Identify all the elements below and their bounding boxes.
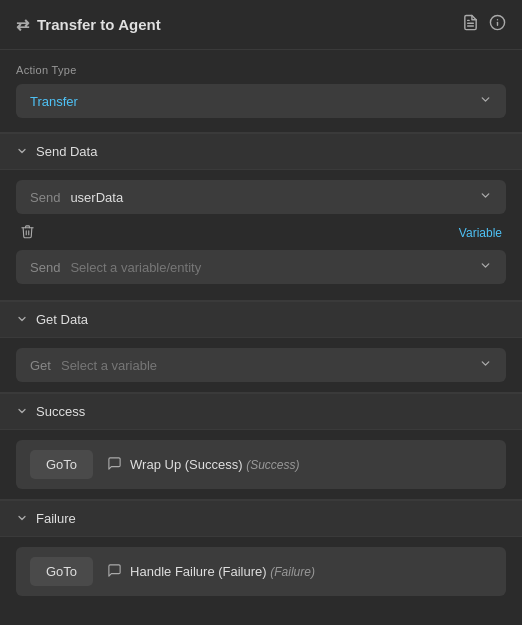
info-icon[interactable] [489,14,506,35]
success-label: Success [36,404,85,419]
get-data-body: Get Select a variable [0,338,522,392]
success-goto-target: Wrap Up (Success) (Success) [107,456,299,474]
get-row-left: Get Select a variable [30,358,157,373]
variable-badge[interactable]: Variable [459,226,502,240]
get-data-label: Get Data [36,312,88,327]
action-type-section: Action Type Transfer [0,50,522,132]
header-actions [462,14,506,35]
get-data-header[interactable]: Get Data [0,301,522,338]
transfer-icon: ⇄ [16,15,29,34]
get-row[interactable]: Get Select a variable [16,348,506,382]
failure-target-name: Handle Failure (Failure) (Failure) [130,564,315,579]
success-target-sub: (Success) [246,458,299,472]
get-data-chevron [16,313,28,327]
failure-label: Failure [36,511,76,526]
success-target-name: Wrap Up (Success) (Success) [130,457,299,472]
failure-body: GoTo Handle Failure (Failure) (Failure) [0,537,522,606]
failure-chat-icon [107,563,122,581]
failure-goto-target: Handle Failure (Failure) (Failure) [107,563,315,581]
send-data-label: Send Data [36,144,97,159]
failure-target-sub: (Failure) [270,565,315,579]
send-row-1-left: Send userData [30,190,123,205]
send-row-2[interactable]: Send Select a variable/entity [16,250,506,284]
send-data-body: Send userData Variable Send Select a var… [0,170,522,300]
success-chevron [16,405,28,419]
success-target-name-bold: Wrap Up (Success) [130,457,242,472]
header: ⇄ Transfer to Agent [0,0,522,50]
failure-goto-row[interactable]: GoTo Handle Failure (Failure) (Failure) [16,547,506,596]
failure-header[interactable]: Failure [0,500,522,537]
doc-icon[interactable] [462,14,479,35]
get-label: Get [30,358,51,373]
success-goto-button[interactable]: GoTo [30,450,93,479]
action-type-label: Action Type [16,64,506,76]
action-type-value: Transfer [30,94,78,109]
get-row-chevron [479,357,492,373]
failure-goto-button[interactable]: GoTo [30,557,93,586]
send-label-1: Send [30,190,60,205]
action-type-dropdown[interactable]: Transfer [16,84,506,118]
success-header[interactable]: Success [0,393,522,430]
delete-icon[interactable] [20,224,35,242]
get-placeholder: Select a variable [61,358,157,373]
send-row-1[interactable]: Send userData [16,180,506,214]
action-type-chevron [479,93,492,109]
failure-target-name-bold: Handle Failure (Failure) [130,564,267,579]
failure-chevron [16,512,28,526]
send-data-header[interactable]: Send Data [0,133,522,170]
send-data-chevron [16,145,28,159]
delete-variable-row: Variable [16,220,506,250]
send-placeholder-2: Select a variable/entity [70,260,201,275]
success-goto-row[interactable]: GoTo Wrap Up (Success) (Success) [16,440,506,489]
header-title-group: ⇄ Transfer to Agent [16,15,161,34]
success-chat-icon [107,456,122,474]
success-body: GoTo Wrap Up (Success) (Success) [0,430,522,499]
send-label-2: Send [30,260,60,275]
send-row-2-left: Send Select a variable/entity [30,260,201,275]
send-value-1: userData [70,190,123,205]
send-row-2-chevron [479,259,492,275]
send-row-1-chevron [479,189,492,205]
page-title: Transfer to Agent [37,16,161,33]
